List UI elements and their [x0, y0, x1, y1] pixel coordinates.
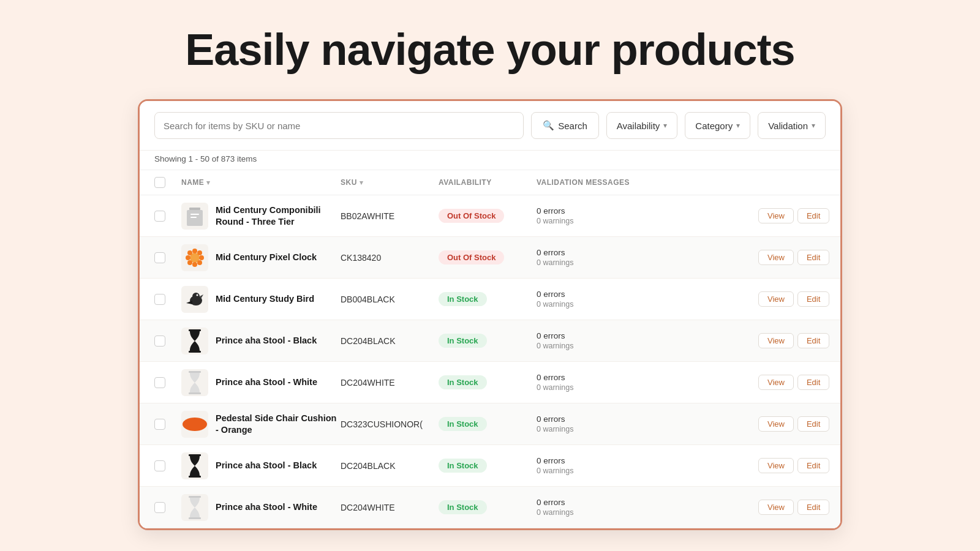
edit-button[interactable]: Edit [797, 458, 829, 473]
view-button[interactable]: View [758, 291, 794, 307]
view-button[interactable]: View [758, 458, 794, 473]
product-thumbnail [181, 286, 208, 313]
availability-badge: Out Of Stock [439, 209, 504, 223]
table-row: Prince aha Stool - Black DC204BLACK In S… [140, 320, 840, 362]
select-all-checkbox[interactable] [154, 177, 165, 188]
page-wrapper: Easily navigate your products 🔍 Search A… [0, 0, 980, 551]
chevron-down-icon: ▾ [812, 121, 815, 130]
search-input-wrap[interactable] [154, 112, 524, 139]
search-button-label: Search [558, 121, 587, 131]
product-thumbnail [181, 328, 208, 354]
view-button[interactable]: View [758, 500, 794, 515]
error-count: 0 errors [537, 373, 758, 382]
row-checkbox-cell[interactable] [154, 460, 181, 471]
svg-rect-25 [189, 496, 201, 498]
search-button[interactable]: 🔍 Search [531, 112, 599, 139]
warning-count: 0 warnings [537, 508, 758, 517]
availability-badge: In Stock [439, 459, 487, 473]
search-input[interactable] [164, 121, 514, 131]
svg-point-9 [187, 250, 192, 255]
row-checkbox-cell[interactable] [154, 335, 181, 347]
product-name: Mid Century Pixel Clock [216, 252, 317, 263]
row-checkbox-5[interactable] [154, 377, 165, 388]
row-checkbox-cell[interactable] [154, 502, 181, 513]
table-row: Mid Century Study Bird DB004BLACK In Sto… [140, 279, 840, 320]
product-cell: Mid Century Pixel Clock [181, 238, 341, 277]
availability-badge: In Stock [439, 417, 487, 431]
edit-button[interactable]: Edit [797, 416, 829, 432]
svg-point-14 [192, 293, 200, 300]
edit-button[interactable]: Edit [797, 333, 829, 348]
row-checkbox-3[interactable] [154, 294, 165, 305]
product-cell: Pedestal Side Chair Cushion - Orange [181, 405, 341, 444]
row-checkbox-cell[interactable] [154, 419, 181, 430]
svg-point-17 [197, 294, 198, 296]
row-checkbox-4[interactable] [154, 335, 165, 347]
error-count: 0 errors [537, 456, 758, 465]
availability-badge: In Stock [439, 375, 487, 389]
product-thumbnail [181, 244, 208, 271]
row-checkbox-cell[interactable] [154, 252, 181, 263]
svg-point-6 [192, 262, 197, 267]
edit-button[interactable]: Edit [797, 208, 829, 223]
edit-button[interactable]: Edit [797, 250, 829, 265]
chevron-down-icon: ▾ [736, 121, 740, 130]
edit-button[interactable]: Edit [797, 291, 829, 307]
view-button[interactable]: View [758, 416, 794, 432]
row-checkbox-8[interactable] [154, 502, 165, 513]
svg-rect-19 [189, 351, 201, 353]
col-validation: VALIDATION MESSAGES [537, 178, 758, 187]
actions-cell: View Edit [758, 333, 826, 348]
col-sku: SKU ▾ [341, 178, 439, 187]
svg-rect-23 [189, 454, 201, 456]
svg-rect-20 [189, 371, 201, 373]
col-name: NAME ▾ [181, 178, 341, 187]
row-checkbox-cell[interactable] [154, 377, 181, 388]
row-checkbox-6[interactable] [154, 419, 165, 430]
category-filter[interactable]: Category ▾ [685, 112, 750, 139]
availability-cell: In Stock [439, 292, 537, 306]
row-checkbox-1[interactable] [154, 211, 165, 222]
availability-filter[interactable]: Availability ▾ [606, 112, 678, 139]
error-count: 0 errors [537, 331, 758, 340]
svg-point-8 [199, 255, 204, 260]
svg-rect-3 [190, 217, 197, 218]
validation-cell: 0 errors 0 warnings [537, 498, 758, 517]
svg-rect-18 [189, 329, 201, 331]
actions-cell: View Edit [758, 416, 826, 432]
product-name: Mid Century Study Bird [216, 293, 314, 305]
edit-button[interactable]: Edit [797, 500, 829, 515]
view-button[interactable]: View [758, 333, 794, 348]
product-thumbnail [181, 411, 208, 438]
actions-cell: View Edit [758, 375, 826, 390]
availability-badge: In Stock [439, 500, 487, 514]
row-checkbox-2[interactable] [154, 252, 165, 263]
error-count: 0 errors [537, 206, 758, 216]
view-button[interactable]: View [758, 250, 794, 265]
svg-point-12 [197, 260, 202, 265]
validation-cell: 0 errors 0 warnings [537, 373, 758, 392]
validation-filter[interactable]: Validation ▾ [758, 112, 826, 139]
availability-badge: In Stock [439, 334, 487, 348]
validation-cell: 0 errors 0 warnings [537, 248, 758, 267]
row-checkbox-cell[interactable] [154, 294, 181, 305]
validation-cell: 0 errors 0 warnings [537, 414, 758, 433]
sku-cell: BB02AWHITE [341, 211, 439, 221]
product-cell: Prince aha Stool - Black [181, 321, 341, 361]
svg-rect-2 [190, 214, 199, 215]
error-count: 0 errors [537, 248, 758, 257]
row-checkbox-7[interactable] [154, 460, 165, 471]
view-button[interactable]: View [758, 208, 794, 223]
view-button[interactable]: View [758, 375, 794, 390]
select-all-cell[interactable] [154, 177, 181, 188]
availability-badge: Out Of Stock [439, 250, 504, 264]
sku-cell: DC204BLACK [341, 336, 439, 346]
sku-cell: DC204WHITE [341, 378, 439, 388]
table-row: Prince aha Stool - White DC204WHITE In S… [140, 487, 840, 528]
edit-button[interactable]: Edit [797, 375, 829, 390]
availability-cell: In Stock [439, 334, 537, 348]
sku-cell: DC204WHITE [341, 503, 439, 512]
product-name: Prince aha Stool - White [216, 501, 317, 513]
validation-cell: 0 errors 0 warnings [537, 456, 758, 475]
row-checkbox-cell[interactable] [154, 211, 181, 222]
